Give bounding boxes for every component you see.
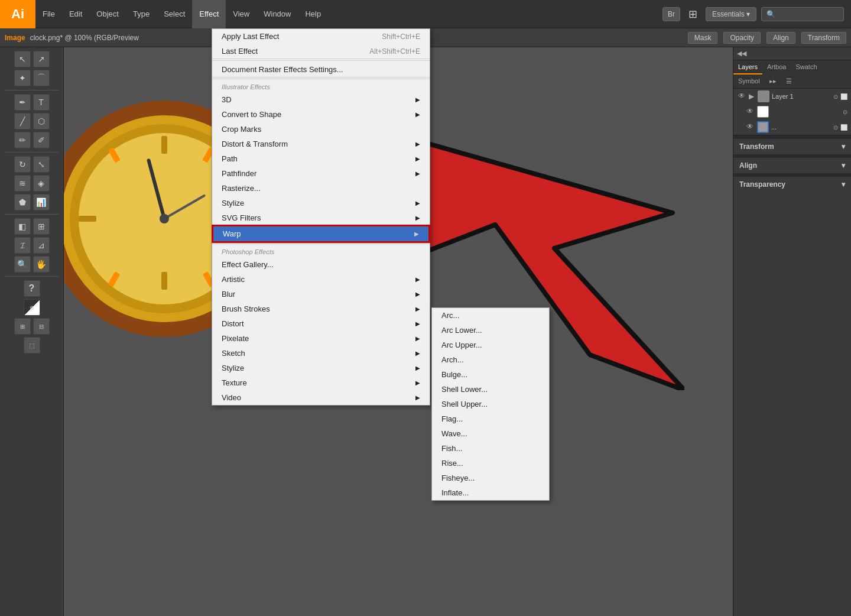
warp-flag[interactable]: Flag...	[432, 411, 549, 426]
tab-menu[interactable]: ☰	[781, 74, 797, 88]
magic-wand-tool[interactable]: ✦	[14, 70, 31, 86]
shape-tool[interactable]: ⬡	[33, 113, 50, 129]
layer-eye-3[interactable]: 👁	[745, 122, 755, 132]
measure-tool[interactable]: ⊿	[33, 237, 50, 254]
lasso-tool[interactable]: ⌒	[33, 70, 50, 86]
pencil-tool[interactable]: ✐	[33, 132, 50, 148]
layer-row-3[interactable]: 👁 ... ⊙ ⬜	[733, 119, 851, 135]
transform-button[interactable]: Transform	[801, 32, 846, 44]
effect-distort-item[interactable]: Distort▶	[212, 316, 430, 331]
effect-path-item[interactable]: Path▶	[212, 151, 430, 166]
document-raster-item[interactable]: Document Raster Effects Settings...	[212, 62, 430, 77]
mask-button[interactable]: Mask	[688, 32, 718, 44]
image-tab[interactable]: Image	[5, 34, 25, 42]
transparency-header[interactable]: Transparency ▾	[733, 177, 851, 192]
effect-brush-strokes-item[interactable]: Brush Strokes▶	[212, 301, 430, 316]
blend-tool[interactable]: ⬟	[14, 194, 31, 210]
warp-inflate[interactable]: Inflate...	[432, 485, 549, 500]
warp-shell-lower[interactable]: Shell Lower...	[432, 382, 549, 397]
effect-pathfinder-item[interactable]: Pathfinder▶	[212, 166, 430, 181]
transform-header[interactable]: Transform ▾	[733, 139, 851, 154]
layer-arrow-1[interactable]: ▶	[749, 92, 754, 100]
effect-3d-item[interactable]: 3D▶	[212, 92, 430, 107]
tab-more[interactable]: ▸▸	[765, 74, 781, 88]
layer-row-2[interactable]: 👁 ⊙	[733, 104, 851, 119]
tab-artboards[interactable]: Artboa	[762, 60, 791, 74]
menu-object[interactable]: Object	[89, 0, 126, 28]
layer-row-1[interactable]: 👁 ▶ Layer 1 ⊙ ⬜	[733, 89, 851, 104]
scale-tool[interactable]: ⤡	[33, 156, 50, 173]
warp-fisheye[interactable]: Fisheye...	[432, 471, 549, 485]
align-button[interactable]: Align	[766, 32, 795, 44]
selection-tool[interactable]: ↖	[14, 51, 31, 67]
effect-stylize-item[interactable]: Stylize▶	[212, 196, 430, 210]
warp-arch[interactable]: Arch...	[432, 352, 549, 367]
width-tool[interactable]: ◈	[33, 175, 50, 192]
layer-eye-1[interactable]: 👁	[737, 92, 746, 101]
effect-convert-shape-item[interactable]: Convert to Shape▶	[212, 107, 430, 122]
warp-rise[interactable]: Rise...	[432, 456, 549, 471]
direct-selection-tool[interactable]: ↗	[33, 51, 50, 67]
column-graph-tool[interactable]: 📊	[33, 194, 50, 210]
essentials-dropdown[interactable]: Essentials ▾	[706, 7, 756, 21]
menu-type[interactable]: Type	[126, 0, 157, 28]
bridge-button[interactable]: Br	[662, 7, 680, 21]
warp-tool[interactable]: ≋	[14, 175, 31, 192]
warp-arc-lower[interactable]: Arc Lower...	[432, 323, 549, 338]
effect-texture-item[interactable]: Texture▶	[212, 375, 430, 390]
menu-select[interactable]: Select	[157, 0, 192, 28]
effect-video-item[interactable]: Video▶	[212, 390, 430, 405]
effect-distort-transform-item[interactable]: Distort & Transform▶	[212, 137, 430, 151]
hand-tool[interactable]: 🖐	[33, 256, 50, 273]
warp-arc-upper[interactable]: Arc Upper...	[432, 338, 549, 352]
apply-last-effect-item[interactable]: Apply Last Effect Shift+Ctrl+E	[212, 29, 430, 44]
pen-tool[interactable]: ✒	[14, 94, 31, 111]
effect-crop-marks-item[interactable]: Crop Marks	[212, 122, 430, 137]
effect-svg-filters-item[interactable]: SVG Filters▶	[212, 210, 430, 225]
layer-eye-2[interactable]: 👁	[745, 107, 755, 116]
menu-edit[interactable]: Edit	[62, 0, 89, 28]
tab-layers[interactable]: Layers	[733, 60, 762, 74]
workspace-icon[interactable]: ⊞	[685, 8, 701, 21]
effect-blur-item[interactable]: Blur▶	[212, 287, 430, 301]
panel-tabs: Layers Artboa Swatch Symbol ▸▸ ☰	[733, 60, 851, 89]
search-input[interactable]	[761, 7, 844, 21]
screen-mode[interactable]: ⊟	[33, 318, 50, 335]
warp-shell-upper[interactable]: Shell Upper...	[432, 397, 549, 411]
menu-help[interactable]: Help	[298, 0, 328, 28]
tab-swatches[interactable]: Swatch	[791, 60, 821, 74]
menu-file[interactable]: File	[35, 0, 62, 28]
panel-expand-left[interactable]: ◀◀	[737, 50, 746, 57]
menu-window[interactable]: Window	[256, 0, 298, 28]
help-tool[interactable]: ?	[24, 280, 40, 297]
warp-arc[interactable]: Arc...	[432, 308, 549, 323]
zoom-tool[interactable]: 🔍	[14, 256, 31, 273]
last-effect-item[interactable]: Last Effect Alt+Shift+Ctrl+E	[212, 44, 430, 59]
effect-sketch-item[interactable]: Sketch▶	[212, 346, 430, 361]
tab-symbols[interactable]: Symbol	[733, 74, 765, 88]
effect-artistic-item[interactable]: Artistic▶	[212, 272, 430, 287]
layers-section: 👁 ▶ Layer 1 ⊙ ⬜ 👁 ⊙ 👁 ...	[733, 89, 851, 135]
gradient-tool[interactable]: ◧	[14, 218, 31, 235]
menu-effect[interactable]: Effect	[192, 0, 226, 28]
eyedropper-tool[interactable]: 𝓘	[14, 237, 31, 254]
effect-gallery-item[interactable]: Effect Gallery...	[212, 257, 430, 272]
effect-warp-item[interactable]: Warp▶	[212, 225, 430, 242]
paintbrush-tool[interactable]: ✏	[14, 132, 31, 148]
artboard-tool[interactable]: ⬚	[24, 337, 40, 354]
drawing-mode[interactable]: ⊞	[14, 318, 31, 335]
effect-pixelate-item[interactable]: Pixelate▶	[212, 331, 430, 346]
line-tool[interactable]: ╱	[14, 113, 31, 129]
warp-fish[interactable]: Fish...	[432, 441, 549, 456]
opacity-button[interactable]: Opacity	[723, 32, 761, 44]
rotate-tool[interactable]: ↻	[14, 156, 31, 173]
type-tool[interactable]: T	[33, 94, 50, 111]
effect-stylize2-item[interactable]: Stylize▶	[212, 361, 430, 375]
warp-wave[interactable]: Wave...	[432, 426, 549, 441]
fill-stroke-tool[interactable]: ⊕	[24, 299, 40, 316]
align-header[interactable]: Align ▾	[733, 158, 851, 173]
mesh-tool[interactable]: ⊞	[33, 218, 50, 235]
warp-bulge[interactable]: Bulge...	[432, 367, 549, 382]
effect-rasterize-item[interactable]: Rasterize...	[212, 181, 430, 196]
menu-view[interactable]: View	[226, 0, 256, 28]
